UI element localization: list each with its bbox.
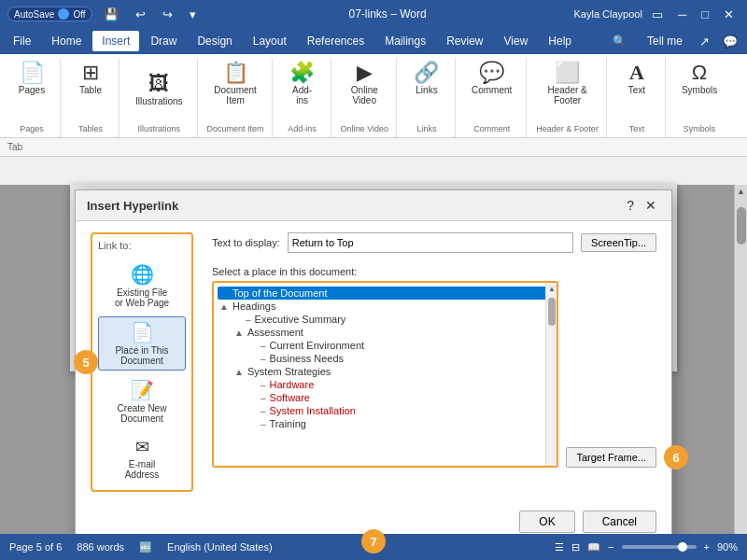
addins-label: Add- ins (292, 85, 312, 105)
tree-item-hardware[interactable]: – Hardware (259, 378, 553, 391)
email-label: E-mailAddress (125, 459, 160, 480)
tree-container: Top of the Document ▲ Headings (212, 281, 558, 468)
redo-button[interactable]: ↪ (157, 6, 178, 23)
header-footer-label: Header & Footer (547, 85, 586, 105)
comment-label: Comment (472, 85, 512, 95)
existing-file-icon: 🌐 (131, 263, 154, 286)
pages-icon: 📄 (20, 63, 45, 83)
header-footer-group-label: Header & Footer (536, 124, 599, 133)
tree-item-headings[interactable]: ▲ Headings (218, 300, 553, 313)
menu-file[interactable]: File (4, 31, 40, 51)
layout-mode-icon[interactable]: ⊟ (571, 541, 580, 553)
screentip-button[interactable]: ScreenTip... (581, 233, 656, 252)
zoom-plus-icon[interactable]: + (704, 541, 710, 553)
minimize-button[interactable]: ─ (672, 6, 692, 23)
ribbon-header-footer-button[interactable]: ⬜ Header & Footer (541, 58, 593, 110)
business-needs-label: Business Needs (270, 353, 345, 364)
existing-file-label: Existing Fileor Web Page (115, 287, 169, 308)
ribbon-group-document: 📋 Document Item Document Item (200, 58, 273, 137)
menu-home[interactable]: Home (42, 31, 91, 51)
customize-button[interactable]: ▾ (184, 6, 202, 23)
cancel-button[interactable]: Cancel (583, 511, 656, 533)
dialog-close-button[interactable]: ✕ (641, 198, 660, 213)
ribbon-group-header-footer: ⬜ Header & Footer Header & Footer (529, 58, 607, 137)
target-frame-button[interactable]: Target Frame... 6 (566, 447, 656, 468)
close-button[interactable]: ✕ (718, 6, 740, 23)
link-to-existing[interactable]: 🌐 Existing Fileor Web Page (98, 259, 186, 313)
tree-inner[interactable]: Top of the Document ▲ Headings (214, 283, 557, 466)
current-env-dash-icon: – (261, 341, 266, 351)
tree-item-training[interactable]: – Training (259, 417, 553, 430)
ok-button[interactable]: OK (519, 511, 574, 533)
headings-expand-icon: ▲ (219, 301, 231, 312)
menu-mailings[interactable]: Mailings (375, 31, 435, 51)
tree-item-assessment[interactable]: ▲ Assessment (233, 326, 553, 339)
ribbon-links-button[interactable]: 🔗 Links (406, 58, 447, 100)
link-to-create[interactable]: 📝 Create NewDocument (98, 374, 186, 428)
tree-item-business-needs[interactable]: – Business Needs (259, 352, 553, 365)
comments-button[interactable]: 💬 (717, 33, 743, 50)
ribbon-document-button[interactable]: 📋 Document Item (207, 58, 263, 110)
tree-section: Select a place in this document: Top of … (212, 266, 656, 492)
ribbon-pages-button[interactable]: 📄 Pages (11, 58, 52, 100)
status-left: Page 5 of 6 886 words 🔤 English (United … (9, 541, 273, 553)
view-mode-icon[interactable]: ☰ (555, 541, 564, 553)
autosave-off: Off (73, 9, 85, 20)
menu-insert[interactable]: Insert (92, 31, 139, 51)
maximize-button[interactable]: □ (696, 6, 714, 23)
search-icon[interactable]: 🔍 (603, 31, 636, 51)
menu-layout[interactable]: Layout (244, 31, 296, 51)
zoom-slider[interactable] (622, 545, 697, 549)
exec-dash-icon: – (246, 315, 251, 325)
zoom-thumb[interactable] (678, 542, 687, 552)
undo-button[interactable]: ↩ (130, 6, 151, 23)
software-dash-icon: – (261, 393, 266, 403)
autosave-toggle[interactable]: AutoSave Off (7, 7, 92, 21)
tree-item-exec-summary[interactable]: – Executive Summary (244, 313, 553, 326)
menu-view[interactable]: View (495, 31, 538, 51)
link-to-email[interactable]: ✉ E-mailAddress (98, 432, 186, 484)
title-bar: AutoSave Off 💾 ↩ ↪ ▾ 07-links – Word Kay… (0, 0, 747, 28)
ribbon-table-button[interactable]: ⊞ Table (70, 58, 111, 100)
menu-references[interactable]: References (298, 31, 374, 51)
save-button[interactable]: 💾 (98, 6, 124, 23)
tree-item-top[interactable]: Top of the Document (218, 287, 553, 300)
ribbon-text-button[interactable]: A Text (616, 58, 657, 100)
ribbon-symbols-button[interactable]: Ω Symbols (675, 58, 724, 100)
ribbon-addins-button[interactable]: 🧩 Add- ins (282, 58, 323, 110)
share-button[interactable]: ↗ (694, 33, 715, 50)
tree-item-system-installation[interactable]: – System Installation (259, 404, 553, 417)
tree-scrollbar[interactable]: ▲ ▼ (545, 283, 557, 466)
link-to-place[interactable]: 📄 Place in ThisDocument (98, 316, 186, 371)
dialog-help-button[interactable]: ? (623, 198, 638, 213)
menu-draw[interactable]: Draw (141, 31, 186, 51)
symbols-icon: Ω (692, 63, 707, 83)
zoom-level: 90% (717, 541, 738, 553)
menu-help[interactable]: Help (539, 31, 581, 51)
ribbon-illustrations-button[interactable]: 🖼 Illustrations (129, 69, 190, 111)
tree-item-system-strategies[interactable]: ▲ System Strategies (233, 365, 553, 378)
ribbon-comment-button[interactable]: 💬 Comment (465, 58, 518, 100)
read-mode-icon[interactable]: 📖 (587, 541, 600, 553)
dialog-right: Text to display: ScreenTip... Select a p… (212, 232, 656, 492)
tree-item-software[interactable]: – Software (259, 391, 553, 404)
pages-label: Pages (19, 85, 45, 95)
link-to-wrapper: 5 Link to: 🌐 Existing Fileor Web Page 📄 … (91, 232, 193, 492)
menu-design[interactable]: Design (188, 31, 241, 51)
zoom-minus-icon[interactable]: − (608, 541, 613, 553)
tree-item-current-env[interactable]: – Current Environment (259, 339, 553, 352)
text-display-input[interactable] (288, 232, 573, 253)
ribbon-display-button[interactable]: ▭ (646, 6, 669, 23)
target-frame-label: Target Frame... (576, 452, 646, 463)
links-icon: 🔗 (414, 63, 439, 83)
training-label: Training (270, 418, 306, 429)
links-label: Links (416, 85, 437, 95)
badge-6: 6 (664, 445, 688, 469)
tab-bar: Tab (0, 138, 747, 157)
tree-scroll-up[interactable]: ▲ (546, 283, 557, 294)
badge-7: 7 (361, 529, 386, 553)
ribbon-video-button[interactable]: ▶ Online Video (344, 58, 385, 110)
tell-me[interactable]: Tell me (638, 31, 692, 51)
menu-review[interactable]: Review (437, 31, 492, 51)
tree-scroll-thumb[interactable] (548, 298, 556, 326)
